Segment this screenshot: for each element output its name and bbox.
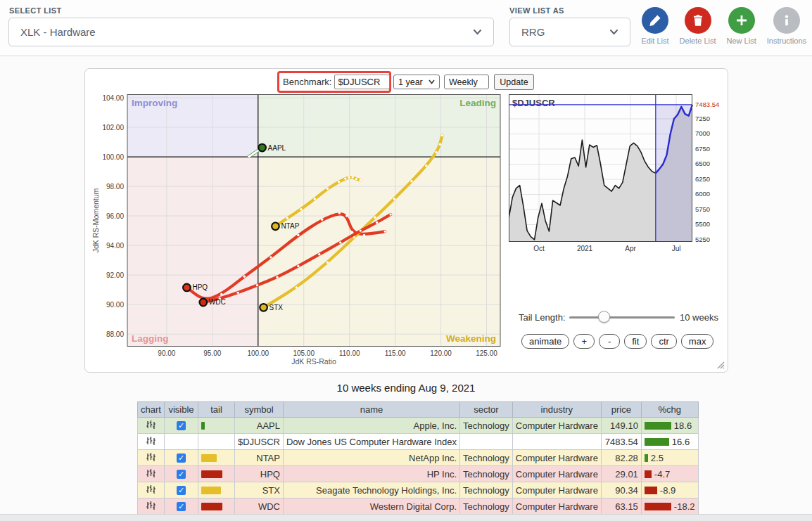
pct-change-bar (645, 454, 648, 462)
sector-cell: Technology (460, 450, 513, 466)
chart-link[interactable] (138, 418, 165, 434)
chevron-down-icon (609, 29, 618, 35)
tail-length-slider-track[interactable] (569, 316, 675, 319)
svg-text:104.00: 104.00 (102, 94, 124, 102)
period-select[interactable]: Weekly (444, 75, 489, 89)
rrg-marker-NTAP (272, 222, 279, 230)
edit-list-button[interactable]: Edit List (641, 7, 668, 45)
tail-swatch (201, 422, 205, 430)
price-cell: 149.10 (601, 418, 641, 434)
name-cell: Seagate Technology Holdings, Inc. (283, 482, 459, 499)
svg-text:6500: 6500 (695, 160, 710, 167)
chart-link[interactable] (138, 499, 165, 515)
benchmark-input[interactable] (334, 75, 390, 89)
select-list-value: XLK - Hardware (20, 26, 473, 38)
name-cell: HP Inc. (283, 466, 459, 482)
pct-change-bar (645, 503, 671, 510)
visible-checkbox[interactable]: ✓ (177, 502, 186, 511)
visible-cell: ✓ (165, 466, 198, 482)
zoom-out-button[interactable]: - (599, 334, 620, 349)
chart-link[interactable] (138, 450, 165, 466)
benchmark-symbol-label: $DJUSCR (512, 98, 555, 108)
view-list-dropdown[interactable]: RRG (509, 18, 630, 46)
action-label: Edit List (641, 37, 668, 45)
action-label: Instructions (767, 37, 806, 45)
symbol-cell: STX (235, 482, 284, 499)
tail-cell (198, 450, 235, 466)
update-button[interactable]: Update (494, 74, 534, 90)
price-cell: 63.15 (601, 499, 641, 515)
chart-link[interactable] (138, 434, 165, 450)
select-list-dropdown[interactable]: XLK - Hardware (8, 18, 494, 46)
visible-cell (165, 434, 198, 450)
range-select-value: 1 year (398, 77, 423, 87)
visible-cell: ✓ (165, 450, 198, 466)
svg-text:94.00: 94.00 (106, 242, 124, 250)
visible-checkbox[interactable]: ✓ (177, 470, 186, 479)
chart-link[interactable] (138, 482, 165, 499)
new-list-button[interactable]: New List (727, 7, 756, 45)
tail-length-label: Tail Length: (519, 312, 566, 323)
price-cell: 90.34 (601, 482, 641, 499)
quadrant-label-leading: Leading (459, 98, 496, 108)
plus-icon (728, 7, 755, 34)
column-header-price: price (601, 402, 641, 418)
zoom-in-button[interactable]: + (573, 334, 595, 349)
pct-cell: -8.9 (641, 482, 698, 499)
tail-swatch (201, 454, 217, 462)
select-list-label: SELECT LIST (9, 6, 62, 15)
svg-text:95.00: 95.00 (203, 349, 221, 357)
chart-icon (146, 436, 156, 446)
instructions-button[interactable]: Instructions (767, 7, 806, 45)
pct-cell: -18.2 (641, 499, 698, 515)
industry-cell: Computer Hardware (512, 466, 601, 482)
svg-text:98.00: 98.00 (106, 183, 124, 191)
symbol-cell: NTAP (235, 450, 284, 466)
period-select-value: Weekly (449, 77, 478, 87)
rrg-panel: Benchmark: 1 year Weekly Update HPQNTAPS… (84, 68, 728, 373)
column-header-visible: visible (165, 402, 198, 418)
tail-length-value: 10 weeks (680, 312, 718, 323)
rrg-symbol-label: NTAP (281, 222, 299, 230)
svg-text:5250: 5250 (695, 236, 710, 243)
table-row-WDC: ✓WDCWestern Digital Corp.TechnologyCompu… (138, 499, 699, 515)
benchmark-highlight-box: Benchmark: (277, 71, 391, 93)
chart-icon (146, 468, 156, 478)
pct-cell: 16.6 (641, 434, 698, 450)
visible-checkbox[interactable]: ✓ (177, 421, 186, 430)
delete-list-button[interactable]: Delete List (680, 7, 716, 45)
visible-checkbox[interactable]: ✓ (177, 486, 186, 495)
svg-text:88.00: 88.00 (106, 330, 124, 338)
resize-grip[interactable] (715, 359, 725, 369)
max-button[interactable]: max (681, 334, 714, 349)
fit-button[interactable]: fit (624, 334, 647, 349)
ctr-button[interactable]: ctr (651, 334, 676, 349)
rrg-symbol-label: AAPL (268, 144, 286, 152)
quadrant-label-weakening: Weakening (446, 333, 496, 344)
svg-text:125.00: 125.00 (476, 349, 497, 357)
visible-checkbox[interactable]: ✓ (177, 454, 186, 463)
svg-text:90.00: 90.00 (106, 301, 124, 309)
pct-change-bar (645, 438, 669, 446)
rrg-marker-WDC (200, 299, 208, 307)
visible-cell: ✓ (165, 482, 198, 499)
tail-cell (198, 499, 235, 515)
animate-button[interactable]: animate (521, 334, 569, 349)
svg-text:90.00: 90.00 (158, 349, 175, 357)
svg-text:96.00: 96.00 (106, 212, 124, 220)
range-select[interactable]: 1 year (393, 75, 440, 89)
rrg-marker-HPQ (183, 284, 191, 292)
visible-cell: ✓ (165, 499, 198, 515)
chart-link[interactable] (138, 466, 165, 482)
column-header-symbol: symbol (235, 402, 284, 418)
name-cell: Western Digital Corp. (283, 499, 459, 515)
tail-length-slider-handle[interactable] (598, 311, 610, 323)
info-icon (773, 7, 800, 34)
column-header-chart: chart (138, 402, 165, 418)
tail-cell (198, 418, 235, 434)
svg-text:100.00: 100.00 (247, 349, 269, 357)
y-axis-title: JdK RS-Momentum (92, 188, 100, 252)
rrg-control-buttons: animate+-fitctrmax (521, 334, 713, 349)
trash-icon (685, 7, 711, 34)
bottom-strip (0, 514, 812, 521)
